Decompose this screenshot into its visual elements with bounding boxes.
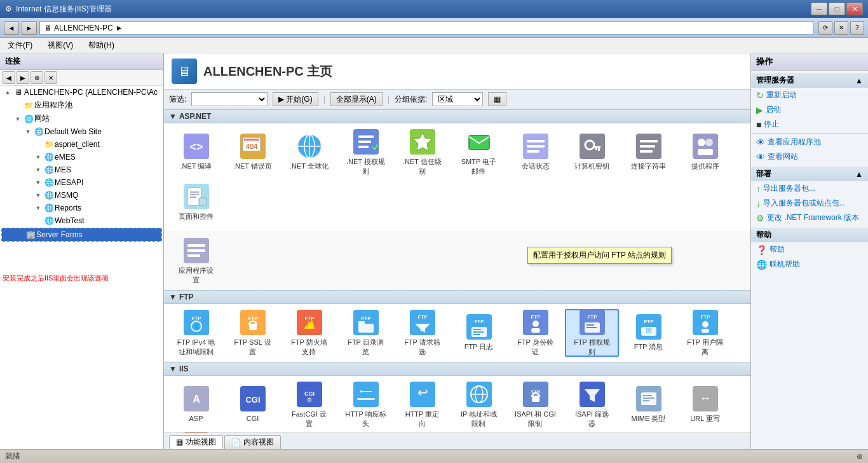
action-view-apppool[interactable]: 👁 查看应用程序池 bbox=[751, 135, 868, 149]
close-button[interactable]: ✕ bbox=[846, 3, 863, 15]
icon-fastcgi[interactable]: CGI ⚙ FastCGI 设置 bbox=[282, 381, 336, 429]
view-toggle-button[interactable]: ▦ bbox=[488, 92, 506, 106]
icon-ftp-reqfilter[interactable]: FTP FTP 请求筛选 bbox=[395, 309, 449, 357]
svg-rect-4 bbox=[244, 139, 259, 141]
section-deploy-icon[interactable]: ▲ bbox=[855, 170, 863, 179]
stop-button[interactable]: ✕ bbox=[834, 21, 848, 35]
svg-text:404: 404 bbox=[245, 142, 257, 150]
action-stop[interactable]: ■ 停止 bbox=[751, 117, 868, 132]
section-ftp-label: FTP bbox=[179, 293, 194, 301]
icon-smtp[interactable]: SMTP 电子邮件 bbox=[452, 128, 506, 176]
icon-http-headers[interactable]: ⟵ HTTP 响应标头 bbox=[339, 381, 393, 429]
menu-view[interactable]: 视图(V) bbox=[45, 39, 76, 52]
icon-label: 会话状态 bbox=[522, 162, 550, 170]
icon-mime[interactable]: MIME 类型 bbox=[621, 381, 675, 429]
tab-feature-view[interactable]: ▦ 功能视图 bbox=[169, 435, 223, 449]
icon-ftp-authz[interactable]: FTP FTP 授权规则 bbox=[565, 309, 619, 357]
icon-ip-domain[interactable]: IP 地址和域限制 bbox=[452, 381, 506, 429]
tree-item-sites[interactable]: ▼ 🌐 网站 bbox=[0, 112, 163, 125]
conn-tool-4[interactable]: ✕ bbox=[44, 71, 57, 84]
forward-button[interactable]: ► bbox=[22, 21, 37, 35]
icon-ftp-messages[interactable]: FTP ✉ FTP 消息 bbox=[621, 309, 675, 357]
action-change-dotnet[interactable]: ⚙ 更改 .NET Framework 版本 bbox=[751, 211, 868, 225]
help-icon-button[interactable]: ? bbox=[850, 21, 864, 35]
icon-provider[interactable]: 提供程序 bbox=[678, 128, 732, 176]
path-icon: 🖥 bbox=[44, 24, 51, 32]
tree-item-mes[interactable]: ▼ 🌐 MES bbox=[0, 163, 163, 176]
tree-item-emes[interactable]: ▼ 🌐 eMES bbox=[0, 151, 163, 163]
icon-isapi-cgi[interactable]: CGI ISAPI 和 CGI限制 bbox=[508, 381, 562, 429]
group-by-select[interactable]: 区域 bbox=[432, 92, 483, 106]
icon-connstr[interactable]: 连接字符串 bbox=[621, 128, 675, 176]
tree-item-reports[interactable]: ▼ 🌐 Reports bbox=[0, 202, 163, 214]
icon-dotnet-trust[interactable]: .NET 信任级别 bbox=[395, 128, 449, 176]
tree-item-server[interactable]: ▲ 🖥 ALLENCHEN-PC (ALLENCHEN-PC\Ac bbox=[0, 86, 163, 99]
filter-select[interactable] bbox=[191, 92, 268, 106]
icon-dotnet-compile[interactable]: <> .NET 编译 bbox=[169, 128, 223, 176]
icon-appsettings[interactable]: 应用程序设置 bbox=[169, 237, 223, 285]
show-all-button[interactable]: 全部显示(A) bbox=[330, 92, 383, 106]
expand-icon: ▼ bbox=[33, 203, 43, 213]
section-iis[interactable]: ▼ IIS bbox=[164, 362, 750, 376]
action-view-site[interactable]: 👁 查看网站 bbox=[751, 149, 868, 164]
icon-url-rewrite[interactable]: ↔ URL 重写 bbox=[678, 381, 732, 429]
conn-tool-2[interactable]: ▶ bbox=[17, 71, 29, 84]
icon-session[interactable]: 会话状态 bbox=[508, 128, 562, 176]
address-path[interactable]: 🖥 ALLENCHEN-PC ► bbox=[39, 21, 813, 35]
tree-item-webtest[interactable]: 🌐 WebTest bbox=[0, 214, 163, 227]
icon-http-redirect[interactable]: ↩ HTTP 重定向 bbox=[395, 381, 449, 429]
icon-ftp-useriso[interactable]: FTP FTP 用户隔离 bbox=[678, 309, 732, 357]
tree-item-defaultsite[interactable]: ▼ 🌐 Default Web Site bbox=[0, 125, 163, 138]
action-online-help[interactable]: 🌐 联机帮助 bbox=[751, 257, 868, 272]
icon-machinekey[interactable]: 计算机密钥 bbox=[565, 128, 619, 176]
icon-asp[interactable]: A ASP bbox=[169, 381, 223, 429]
content-area[interactable]: ▼ ASP.NET <> .NET 编译 bbox=[164, 109, 750, 432]
svg-rect-54 bbox=[358, 324, 374, 333]
action-import-pkg[interactable]: ↓ 导入服务器包或站点包... bbox=[751, 196, 868, 211]
section-collapse-icon[interactable]: ▲ bbox=[855, 76, 863, 85]
action-restart[interactable]: ↻ 重新启动 bbox=[751, 88, 868, 102]
icon-ftp-auth[interactable]: FTP FTP 身份验证 bbox=[508, 309, 562, 357]
action-export-pkg[interactable]: ↑ 导出服务器包... bbox=[751, 181, 868, 196]
tree-item-serverfarms[interactable]: 🏢 Server Farms bbox=[1, 228, 162, 242]
minimize-button[interactable]: ─ bbox=[811, 3, 827, 15]
menu-help[interactable]: 帮助(H) bbox=[86, 39, 117, 52]
icon-ftp-firewall[interactable]: FTP FTP 防火墙支持 bbox=[282, 309, 336, 357]
tree-item-msmq[interactable]: ▼ 🌐 MSMQ bbox=[0, 189, 163, 202]
icon-ftp-ssl[interactable]: FTP FTP SSL 设置 bbox=[226, 309, 280, 357]
menu-file[interactable]: 文件(F) bbox=[5, 39, 35, 52]
icon-webdav[interactable]: DAV WebDAV 创作规则 bbox=[169, 431, 223, 432]
action-help[interactable]: ❓ 帮助 bbox=[751, 242, 868, 257]
start-button[interactable]: ▶ 开始(G) bbox=[273, 92, 318, 106]
content-view-icon: 📄 bbox=[231, 438, 241, 447]
tree-item-mesapi[interactable]: ▼ 🌐 MESAPI bbox=[0, 176, 163, 189]
conn-tool-3[interactable]: ⊕ bbox=[31, 71, 43, 84]
icon-label: 应用程序设置 bbox=[179, 266, 214, 284]
icon-label: HTTP 重定向 bbox=[405, 410, 440, 428]
icon-isapi-filter[interactable]: ISAPI 篩选器 bbox=[565, 381, 619, 429]
tree-item-aspnet[interactable]: 📁 aspnet_client bbox=[0, 138, 163, 151]
icon-label: FTP SSL 设置 bbox=[234, 338, 271, 356]
icon-ftp-ipv4[interactable]: FTP 🌐 FTP IPv4 地址和域限制 bbox=[169, 309, 223, 357]
section-ftp[interactable]: ▼ FTP bbox=[164, 290, 750, 304]
icon-cgi[interactable]: CGI CGI bbox=[226, 381, 280, 429]
icon-dotnet-error[interactable]: 404 .NET 错误页 bbox=[226, 128, 280, 176]
mesapi-label: MESAPI bbox=[55, 178, 83, 187]
mes-icon: 🌐 bbox=[43, 165, 55, 175]
conn-tool-1[interactable]: ◀ bbox=[3, 71, 15, 84]
back-button[interactable]: ◄ bbox=[4, 21, 19, 35]
maximize-button[interactable]: □ bbox=[829, 3, 845, 15]
icon-label: IP 地址和域限制 bbox=[461, 410, 497, 428]
icon-ftp-log[interactable]: FTP FTP 日志 bbox=[452, 309, 506, 357]
icon-label: FTP IPv4 地址和域限制 bbox=[177, 338, 215, 356]
tab-content-view[interactable]: 📄 内容视图 bbox=[224, 435, 281, 449]
icon-ftp-dir[interactable]: FTP FTP 目录浏览 bbox=[339, 309, 393, 357]
action-start[interactable]: ▶ 启动 bbox=[751, 102, 868, 117]
icon-dotnet-global[interactable]: .NET 全球化 bbox=[282, 128, 336, 176]
tree-item-apppool[interactable]: 📁 应用程序池 bbox=[0, 99, 163, 112]
svg-rect-20 bbox=[580, 134, 605, 159]
section-aspnet[interactable]: ▼ ASP.NET bbox=[164, 109, 750, 123]
refresh-button[interactable]: ⟳ bbox=[818, 21, 832, 35]
icon-dotnet-authz[interactable]: .NET 授权规则 bbox=[339, 128, 393, 176]
icon-pagecontrol[interactable]: 页面和控件 bbox=[169, 179, 223, 226]
